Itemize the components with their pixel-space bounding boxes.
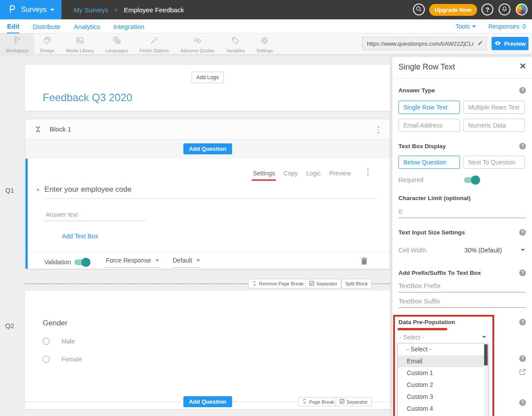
dropdown-option-select[interactable]: - Select - [398,343,488,355]
question-tab-logic[interactable]: Logic [306,170,321,177]
edit-pencil-icon[interactable] [477,40,484,48]
text-input-size-heading: Text Input Size Settings [398,229,465,236]
character-limit-heading: Character Limit (optional) [398,195,470,201]
question-row-label-q2: Q2 [5,322,14,329]
survey-title[interactable]: Feedback Q3 2020 [43,91,132,104]
dropdown-option-custom-2[interactable]: Custom 2 [398,379,488,391]
data-pre-population-select[interactable]: - Select - [399,334,424,341]
scrollbar-thumb[interactable] [484,344,488,365]
top-header: Surveys My Surveys > Employee Feedback U… [0,0,532,19]
block-menu-icon[interactable] [378,126,380,134]
dropdown-option-custom-1[interactable]: Custom 1 [398,367,488,379]
toolbar-advance-quotas[interactable]: Advance Quotas [175,33,221,55]
answer-type-email-address[interactable]: Email Address [398,119,460,132]
separator-label: Separator [347,399,368,405]
survey-url-field [362,37,487,50]
help-icon[interactable] [519,355,526,362]
close-icon[interactable]: × [520,61,526,71]
avatar[interactable] [516,4,528,15]
add-text-box-link[interactable]: Add Text Box [62,233,98,240]
responses-count[interactable]: Responses: 0 [488,23,526,30]
survey-url-input[interactable] [367,40,477,47]
upgrade-now-button[interactable]: Upgrade Now [429,4,477,16]
add-question-button[interactable]: Add Question [183,396,232,407]
radio-option-female[interactable]: Female [43,356,82,363]
question-menu-icon[interactable] [367,168,369,176]
data-pre-population-caret[interactable] [482,336,486,338]
answer-type-single-row-text[interactable]: Single Row Text [398,101,460,114]
add-logo-button[interactable]: Add Logo [192,72,224,83]
toolbar-finish-options[interactable]: Finish Options [134,33,175,55]
preview-button[interactable]: Preview [492,37,528,50]
cell-width-dropdown-caret[interactable] [521,249,525,251]
page-break-icon [252,281,257,287]
tab-analytics[interactable]: Analytics [74,19,100,33]
dropdown-scrollbar[interactable] [484,344,488,416]
toolbar-languages[interactable]: Languages [100,33,134,55]
toolbar-media-library[interactable]: Media Library [60,33,100,55]
add-question-button[interactable]: Add Question [183,143,232,154]
question-tab-preview[interactable]: Preview [329,170,351,177]
answer-type-multiple-rows-text[interactable]: Multiple Rows Text [463,101,525,114]
question-tab-copy[interactable]: Copy [283,170,298,177]
radio-option-male[interactable]: Male [43,338,75,345]
chevron-down-icon [156,259,159,262]
collapse-block-icon[interactable] [35,125,41,135]
block-name[interactable]: Block 1 [50,125,71,133]
help-icon[interactable] [519,399,526,406]
help-icon[interactable] [519,270,526,276]
help-icon[interactable] [519,143,526,150]
help-icon[interactable] [519,229,526,236]
product-switcher[interactable]: Surveys [0,0,62,19]
dropdown-option-custom-3[interactable]: Custom 3 [398,391,488,403]
separator-button[interactable]: Separator [336,397,372,406]
tools-dropdown[interactable]: Tools [456,23,476,30]
validation-toggle[interactable] [74,259,89,265]
tab-integration[interactable]: Integration [113,19,145,33]
toolbar-workspace[interactable]: Workspace [0,33,34,55]
split-block-button[interactable]: Split Block [341,279,372,288]
textbox-prefix-input[interactable] [398,280,526,292]
data-pre-population-heading: Data Pre-Population [398,319,455,325]
tab-edit[interactable]: Edit [7,19,19,33]
breadcrumb-my-surveys[interactable]: My Surveys [74,6,108,14]
answer-type-numeric-data[interactable]: Numeric Data [463,119,525,132]
question-tab-settings[interactable]: Settings [253,170,275,177]
help-icon[interactable] [519,319,526,325]
separator-label: Separator [316,281,337,286]
question-2-text[interactable]: Gender [43,319,68,328]
radio-icon[interactable] [43,338,50,345]
radio-icon[interactable] [43,356,50,363]
question-1-text[interactable]: Enter your employee code [44,185,131,194]
force-response-dropdown[interactable]: Force Response [105,257,160,268]
delete-question-icon[interactable] [361,257,368,266]
dropdown-option-email[interactable]: Email [398,355,488,367]
character-limit-input[interactable] [398,206,526,218]
external-link-icon[interactable] [519,368,526,377]
required-toggle[interactable] [464,177,479,183]
toolbar-settings[interactable]: Settings [250,33,279,55]
display-next-to-question[interactable]: Next To Question [463,156,525,169]
bell-icon [501,6,508,14]
prefix-suffix-heading: Add Prefix/Suffix To Text Box [398,270,481,276]
search-button[interactable] [413,4,425,15]
page-break-button[interactable]: Page Break [298,397,338,406]
default-dropdown[interactable]: Default [172,257,201,268]
help-icon[interactable] [519,87,526,94]
display-below-question[interactable]: Below Question [398,156,460,169]
toolbar-variables[interactable]: Variables [220,33,250,55]
help-button[interactable]: ? [481,4,493,15]
notifications-button[interactable] [499,4,510,15]
chain-link-icon [193,36,203,47]
palette-icon [43,36,52,47]
tab-distribute[interactable]: Distribute [33,19,60,33]
dropdown-option-custom-4[interactable]: Custom 4 [398,403,488,415]
remove-page-break-button[interactable]: Remove Page Break [248,279,308,288]
toolbar-design[interactable]: Design [34,33,60,55]
question-row-label-q1: Q1 [5,186,14,194]
separator-button[interactable]: Separator [305,279,341,288]
answer-text-placeholder[interactable]: Answer text [46,211,78,218]
textbox-suffix-input[interactable] [398,296,526,308]
image-icon [75,36,85,47]
toolbar-label: Variables [226,48,245,53]
